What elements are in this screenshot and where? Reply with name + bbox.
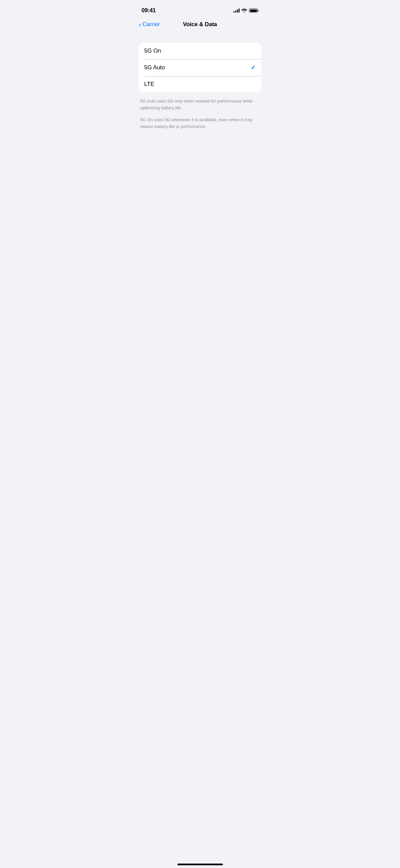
signal-bars-icon [233, 8, 240, 13]
chevron-left-icon: ‹ [139, 21, 141, 28]
status-time: 09:41 [141, 7, 156, 14]
option-lte[interactable]: LTE [139, 76, 261, 92]
signal-bar-2 [235, 11, 236, 13]
description-5g-auto: 5G Auto uses 5G only when needed for per… [140, 98, 260, 111]
options-card: 5G On 5G Auto ✓ LTE [139, 43, 261, 92]
battery-fill [250, 10, 257, 12]
back-label: Carrier [142, 21, 160, 28]
signal-bar-1 [233, 11, 234, 13]
description-5g-on: 5G On uses 5G whenever it is available, … [140, 116, 260, 130]
option-5g-auto[interactable]: 5G Auto ✓ [139, 59, 261, 76]
battery-icon [249, 8, 259, 13]
signal-bar-4 [239, 8, 240, 13]
description-section: 5G Auto uses 5G only when needed for per… [139, 95, 261, 130]
nav-bar: ‹ Carrier Voice & Data [133, 18, 267, 33]
wifi-icon [242, 8, 247, 13]
main-content: 5G On 5G Auto ✓ LTE 5G Auto uses 5G only… [133, 33, 267, 130]
option-5g-auto-label: 5G Auto [144, 64, 165, 71]
signal-bar-3 [237, 10, 238, 13]
option-5g-on-label: 5G On [144, 48, 161, 54]
option-5g-on[interactable]: 5G On [139, 43, 261, 59]
page-title: Voice & Data [183, 21, 217, 28]
checkmark-icon: ✓ [251, 64, 256, 71]
battery-body [249, 8, 258, 13]
option-lte-label: LTE [144, 81, 154, 88]
status-bar: 09:41 [133, 0, 267, 18]
battery-tip [258, 10, 259, 12]
status-icons [233, 8, 259, 13]
back-button[interactable]: ‹ Carrier [139, 21, 160, 28]
